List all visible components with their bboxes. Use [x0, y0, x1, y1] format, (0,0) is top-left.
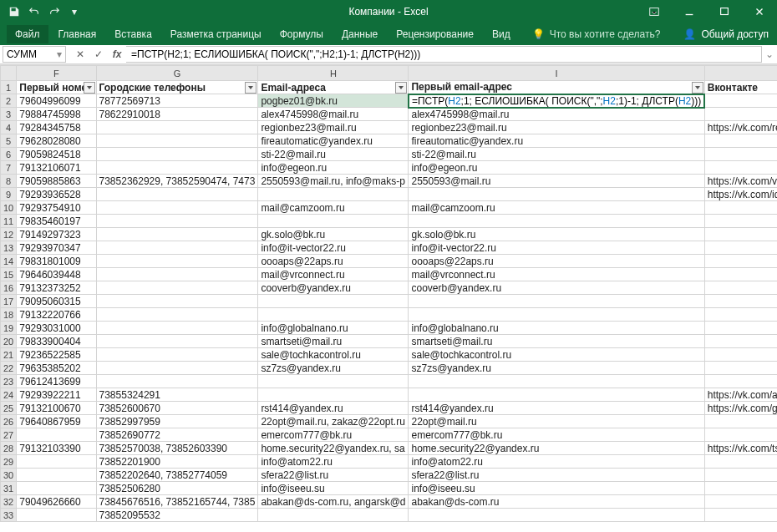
row-header-18[interactable]: 18 [1, 308, 17, 322]
cell-J15[interactable] [704, 268, 777, 281]
select-all-corner[interactable] [1, 66, 17, 81]
cell-G9[interactable] [96, 188, 258, 201]
cell-H10[interactable]: mail@camzoom.ru [258, 201, 409, 215]
row-header-4[interactable]: 4 [1, 121, 17, 134]
cell-I13[interactable]: info@it-vector22.ru [409, 241, 704, 255]
row-header-28[interactable]: 28 [1, 442, 17, 455]
row-header-21[interactable]: 21 [1, 348, 17, 362]
row-header-25[interactable]: 25 [1, 402, 17, 415]
cell-I6[interactable]: sti-22@mail.ru [409, 148, 704, 161]
cell-G25[interactable]: 73852600670 [96, 402, 258, 415]
cell-F2[interactable]: 79604996099 [17, 94, 96, 108]
table-header-cell[interactable]: Первый email-адрес [409, 81, 704, 94]
cell-H11[interactable] [258, 215, 409, 228]
table-header-cell[interactable]: Первый номер [17, 81, 96, 94]
cell-G8[interactable]: 73852362929, 73852590474, 7473 [96, 175, 258, 188]
row-header-16[interactable]: 16 [1, 281, 17, 295]
cell-J24[interactable]: https://vk.com/aps22ru [704, 388, 777, 402]
cell-I9[interactable] [409, 188, 704, 201]
formula-input[interactable]: =ПСТР(H2;1; ЕСЛИОШИБКА( ПОИСК(",";H2;1)-… [126, 46, 762, 63]
cell-I23[interactable] [409, 375, 704, 388]
cell-G6[interactable] [96, 148, 258, 161]
cell-G3[interactable]: 78622910018 [96, 108, 258, 121]
cell-I31[interactable]: info@iseeu.su [409, 482, 704, 495]
tab-data[interactable]: Данные [333, 25, 386, 43]
cell-G13[interactable] [96, 241, 258, 255]
cell-F12[interactable]: 79149297323 [17, 228, 96, 241]
table-header-cell[interactable]: Email-адреса [258, 81, 409, 94]
cell-G21[interactable] [96, 348, 258, 362]
cell-G20[interactable] [96, 335, 258, 348]
cell-J25[interactable]: https://vk.com/globaltek22 [704, 402, 777, 415]
cell-G12[interactable] [96, 228, 258, 241]
cell-F14[interactable]: 79831801009 [17, 255, 96, 268]
row-header-13[interactable]: 13 [1, 241, 17, 255]
cell-G29[interactable]: 73852201900 [96, 455, 258, 469]
tab-home[interactable]: Главная [50, 25, 105, 43]
cell-F3[interactable]: 79884745998 [17, 108, 96, 121]
row-header-8[interactable]: 8 [1, 175, 17, 188]
cell-J8[interactable]: https://vk.com/vn22_brn, [704, 175, 777, 188]
cell-J30[interactable] [704, 469, 777, 482]
cell-I2[interactable]: =ПСТР(H2;1; ЕСЛИОШИБКА( ПОИСК(",";H2;1)-… [409, 94, 704, 108]
minimize-icon[interactable] [672, 0, 707, 23]
cell-J27[interactable] [704, 428, 777, 442]
cell-I10[interactable]: mail@camzoom.ru [409, 201, 704, 215]
cell-F26[interactable]: 79640867959 [17, 415, 96, 428]
cell-I33[interactable] [409, 509, 704, 522]
cell-G22[interactable] [96, 362, 258, 375]
row-header-22[interactable]: 22 [1, 362, 17, 375]
cell-F24[interactable]: 79293922211 [17, 388, 96, 402]
cell-I12[interactable]: gk.solo@bk.ru [409, 228, 704, 241]
cell-F21[interactable]: 79236522585 [17, 348, 96, 362]
cell-H4[interactable]: regionbez23@mail.ru [258, 121, 409, 134]
row-header-17[interactable]: 17 [1, 295, 17, 308]
cell-F7[interactable]: 79132106071 [17, 161, 96, 175]
cell-F31[interactable] [17, 482, 96, 495]
cell-G28[interactable]: 73852570038, 73852603390 [96, 442, 258, 455]
cell-F32[interactable]: 79049626660 [17, 495, 96, 509]
cell-H15[interactable]: mail@vrconnect.ru [258, 268, 409, 281]
cell-H25[interactable]: rst414@yandex.ru [258, 402, 409, 415]
cell-I25[interactable]: rst414@yandex.ru [409, 402, 704, 415]
column-header-J[interactable]: J [704, 66, 777, 81]
row-header-15[interactable]: 15 [1, 268, 17, 281]
cell-J14[interactable] [704, 255, 777, 268]
expand-formula-bar-icon[interactable]: ⌄ [762, 48, 777, 60]
cell-F5[interactable]: 79628028080 [17, 134, 96, 148]
cell-F16[interactable]: 79132373252 [17, 281, 96, 295]
enter-formula-icon[interactable]: ✓ [89, 46, 108, 63]
name-box[interactable]: СУММ▾ [3, 46, 66, 63]
cell-J33[interactable] [704, 509, 777, 522]
column-header-H[interactable]: H [258, 66, 409, 81]
row-header-27[interactable]: 27 [1, 428, 17, 442]
row-header-2[interactable]: 2 [1, 94, 17, 108]
cell-G10[interactable] [96, 201, 258, 215]
cell-G23[interactable] [96, 375, 258, 388]
cell-J3[interactable] [704, 108, 777, 121]
cell-I32[interactable]: abakan@ds-com.ru [409, 495, 704, 509]
cell-G32[interactable]: 73845676516, 73852165744, 7385 [96, 495, 258, 509]
cell-H12[interactable]: gk.solo@bk.ru [258, 228, 409, 241]
cell-H5[interactable]: fireautomatic@yandex.ru [258, 134, 409, 148]
cell-J20[interactable] [704, 335, 777, 348]
tab-page-layout[interactable]: Разметка страницы [162, 25, 270, 43]
cell-G11[interactable] [96, 215, 258, 228]
cell-H22[interactable]: sz7zs@yandex.ru [258, 362, 409, 375]
column-header-F[interactable]: F [17, 66, 96, 81]
cell-H33[interactable] [258, 509, 409, 522]
cell-H29[interactable]: info@atom22.ru [258, 455, 409, 469]
cell-I22[interactable]: sz7zs@yandex.ru [409, 362, 704, 375]
cell-H21[interactable]: sale@tochkacontrol.ru [258, 348, 409, 362]
worksheet-grid[interactable]: FGHIJK1Первый номерГородские телефоныEma… [0, 64, 777, 532]
row-header-20[interactable]: 20 [1, 335, 17, 348]
cell-F17[interactable]: 79095060315 [17, 295, 96, 308]
row-header-6[interactable]: 6 [1, 148, 17, 161]
cell-F11[interactable]: 79835460197 [17, 215, 96, 228]
cell-F33[interactable] [17, 509, 96, 522]
cell-J10[interactable] [704, 201, 777, 215]
table-header-cell[interactable]: Вконтакте [704, 81, 777, 94]
cell-H23[interactable] [258, 375, 409, 388]
cell-J12[interactable] [704, 228, 777, 241]
cell-H13[interactable]: info@it-vector22.ru [258, 241, 409, 255]
